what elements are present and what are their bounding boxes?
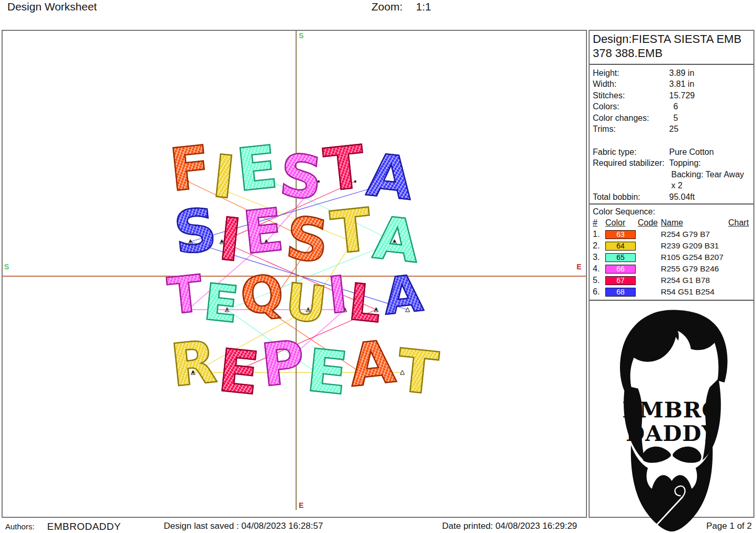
design-letter: E: [234, 137, 280, 199]
design-letter: T: [328, 200, 374, 262]
property-value: 6: [669, 101, 750, 112]
date-printed: Date printed: 04/08/2023 16:29:29: [442, 521, 577, 531]
property-label: Width:: [593, 78, 669, 90]
design-letter: S: [283, 208, 331, 271]
design-letter: R: [168, 332, 219, 395]
design-letter: U: [283, 276, 329, 331]
property-value: 15.729: [669, 90, 750, 101]
color-row-num: 1.: [593, 229, 605, 240]
color-sequence-row: 3. 65 R105 G254 B207: [593, 252, 750, 263]
page-number: Page 1 of 2: [706, 521, 752, 531]
design-letter: E: [304, 341, 350, 403]
color-swatch: 66: [605, 265, 636, 274]
col-header-chart: Chart: [728, 217, 750, 229]
property-label: Stitches:: [593, 90, 669, 101]
design-word-repeat: REPEAT: [171, 333, 440, 392]
color-sequence-row: 1. 63 R254 G79 B7: [593, 229, 750, 240]
color-sequence-row: 2. 64 R239 G209 B31: [593, 240, 750, 252]
property-value: Topping:: [669, 157, 750, 169]
design-letter: E: [202, 277, 241, 330]
worksheet-footer: Authors: EMBRODADDY Design last saved : …: [0, 520, 756, 533]
spacer: [593, 135, 750, 146]
brand-logo-section: EMBRO DADDY: [590, 300, 753, 533]
color-swatch: 68: [605, 288, 636, 297]
color-row-name: R254 G79 B7: [661, 229, 728, 240]
logo-hair: [619, 310, 727, 393]
design-letter: S: [277, 145, 325, 208]
color-row-num: 6.: [593, 286, 605, 298]
design-letter: A: [381, 268, 425, 322]
design-last-saved: Design last saved : 04/08/2023 16:28:57: [164, 521, 323, 531]
property-label: Height:: [593, 67, 669, 79]
design-title: Design:FIESTA SIESTA EMB 378 388.EMB: [590, 31, 753, 65]
design-info-panel: Design:FIESTA SIESTA EMB 378 388.EMB Hei…: [589, 30, 754, 518]
color-sequence-row: 4. 66 R255 G79 B246: [593, 263, 750, 275]
color-row-num: 4.: [593, 263, 605, 275]
property-label: Total bobbin:: [593, 191, 669, 203]
property-row: Total bobbin:95.04ft: [593, 191, 750, 203]
property-value: 5: [669, 112, 750, 124]
color-swatch: 64: [605, 242, 636, 251]
property-value: Pure Cotton: [669, 146, 750, 158]
property-row: Height:3.89 in: [593, 67, 750, 79]
design-letter: I: [326, 269, 350, 321]
color-sequence-title: Color Sequence:: [593, 206, 750, 217]
color-row-name: R239 G209 B31: [661, 240, 728, 252]
property-label: Colors:: [593, 101, 669, 112]
end-marker-bottom: E: [299, 502, 303, 509]
design-letter: I: [216, 209, 244, 270]
col-header-name: Name: [661, 217, 728, 229]
color-sequence-section: Color Sequence: # Color Code Name Chart …: [590, 203, 753, 300]
property-row: Required stabilizer:Topping:: [593, 157, 750, 169]
property-label: Color changes:: [593, 112, 669, 124]
property-row: Fabric type:Pure Cotton: [593, 146, 750, 158]
col-header-code: Code: [638, 217, 661, 229]
start-marker-top: S: [299, 32, 303, 39]
authors-label: Authors:: [5, 522, 35, 531]
property-row: Width:3.81 in: [593, 78, 750, 90]
property-value: 25: [669, 123, 750, 135]
design-word-siesta: SIESTA: [174, 201, 422, 259]
design-letter: Q: [238, 268, 286, 322]
property-label: Required stabilizer:: [593, 157, 669, 169]
design-letter: S: [171, 200, 219, 263]
color-row-name: R254 G1 B78: [661, 275, 728, 286]
design-properties: Height:3.89 in Width:3.81 in Stitches:15…: [590, 65, 753, 204]
design-word-fiesta: FIESTA: [170, 138, 415, 197]
design-letter: A: [364, 145, 415, 208]
color-row-num: 3.: [593, 252, 605, 263]
logo-mustache-left: [642, 447, 671, 463]
color-row-name: R105 G254 B207: [661, 252, 728, 263]
property-value: 95.04ft: [669, 191, 750, 203]
property-label: Fabric type:: [593, 146, 669, 158]
logo-text-line1: EMBRO: [622, 397, 721, 423]
color-sequence-row: 5. 67 R254 G1 B78: [593, 275, 750, 286]
color-sequence-row: 6. 68 R54 G51 B254: [593, 286, 750, 298]
embrodaddy-logo: EMBRO DADDY: [602, 306, 741, 533]
design-letter: F: [167, 137, 213, 199]
col-header-num: #: [593, 217, 605, 229]
design-title-line1: Design:FIESTA SIESTA EMB: [593, 32, 741, 46]
end-marker-right: E: [577, 263, 581, 270]
property-row: Colors:6: [593, 101, 750, 112]
color-sequence-header: # Color Code Name Chart: [593, 217, 750, 229]
design-letter: A: [370, 208, 422, 271]
design-letter: A: [347, 332, 398, 395]
design-letter: E: [241, 200, 287, 262]
authors-value: EMBRODADDY: [47, 521, 121, 532]
design-letter: L: [346, 277, 383, 330]
col-header-color: Color: [605, 217, 638, 229]
property-row: Stitches:15.729: [593, 90, 750, 101]
color-swatch: 65: [605, 253, 636, 262]
design-word-tequila: TEQUILA: [168, 269, 424, 319]
logo-text-line2: DADDY: [626, 421, 718, 447]
color-row-num: 2.: [593, 240, 605, 252]
color-row-name: R54 G51 B254: [661, 286, 728, 298]
zoom-label: Zoom:: [371, 1, 403, 13]
design-title-line2: 378 388.EMB: [593, 47, 662, 60]
design-letter: T: [322, 137, 368, 199]
color-row-name: R255 G79 B246: [661, 263, 728, 275]
start-marker-left: S: [4, 263, 9, 270]
color-row-num: 5.: [593, 275, 605, 286]
design-letter: I: [210, 146, 238, 207]
